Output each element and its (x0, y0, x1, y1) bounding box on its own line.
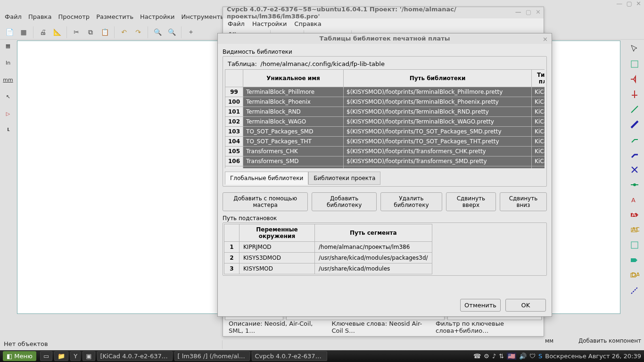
cell-type[interactable]: KiCad (532, 137, 545, 147)
col-path[interactable]: Путь библиотеки (344, 70, 532, 87)
place-wire-entry-icon[interactable] (628, 133, 641, 146)
copy-icon[interactable]: ⧉ (85, 26, 96, 38)
taskbar-show-desktop[interactable]: ▭ (40, 351, 52, 361)
music-icon[interactable]: ♪ (492, 353, 496, 360)
row-header[interactable]: 3 (224, 263, 239, 274)
place-sheet-pin-icon[interactable]: DA (628, 269, 641, 282)
taskbar-item[interactable]: Cvpcb 4.0.7-e2-6376… (252, 351, 327, 361)
place-junction-icon[interactable] (628, 178, 641, 191)
remove-library-button[interactable]: Удалить библиотеку (380, 192, 442, 211)
place-sheet-icon[interactable] (628, 239, 641, 252)
cell-name[interactable]: TerminalBlock_Phoenix (243, 97, 344, 107)
hierarchy-icon[interactable]: ┖ (1, 127, 15, 141)
table-row[interactable]: 106 Transformers_SMD $(KISYSMOD)/footpri… (225, 156, 545, 166)
move-up-button[interactable]: Сдвинуть вверх (446, 192, 496, 211)
tab-global[interactable]: Глобальные библиотеки (225, 172, 308, 185)
start-menu-button[interactable]: ◧ Меню (3, 351, 36, 361)
table-row[interactable]: 104 TO_SOT_Packages_THT $(KISYSMOD)/foot… (225, 137, 545, 147)
table-row[interactable]: 2 KISYS3DMOD /usr/share/kicad/modules/pa… (224, 253, 432, 263)
select-icon[interactable] (628, 42, 641, 56)
shield-icon[interactable]: 🛡 (529, 353, 536, 360)
dialog-titlebar[interactable]: Таблицы библиотек печатной платы ✕ (218, 33, 552, 44)
table-row[interactable]: 107 Transformers_SMPS_ThroughHole $(KISY… (225, 166, 545, 169)
menu-tools[interactable]: Инструменты (181, 13, 225, 24)
highlight-net-icon[interactable] (628, 58, 641, 71)
menu-file[interactable]: Файл (5, 13, 22, 24)
paste-icon[interactable]: 📋 (99, 26, 110, 38)
add-library-button[interactable]: Добавить библиотеку (312, 192, 377, 211)
cell-path[interactable]: $(KISYSMOD)/footprints/TO_SOT_Packages_S… (344, 127, 532, 137)
cell-path[interactable]: $(KISYSMOD)/footprints/TerminalBlock_Phi… (344, 87, 532, 97)
cell-type[interactable]: KiCad (532, 147, 545, 156)
volume-icon[interactable]: 🔊 (519, 353, 527, 360)
place-component-icon[interactable] (628, 73, 641, 86)
units-mm-icon[interactable]: mm (1, 76, 15, 90)
cell-path[interactable]: $(KISYSMOD)/footprints/TerminalBlock_Pho… (344, 97, 532, 107)
cvpcb-menu-file[interactable]: Файл (228, 20, 245, 27)
cvpcb-window-controls[interactable]: — ▢ ✕ (515, 7, 541, 16)
cancel-button[interactable]: Отменить (460, 299, 501, 312)
place-line-icon[interactable] (628, 284, 641, 297)
cvpcb-menu-help[interactable]: Справка (294, 20, 321, 27)
cell-val[interactable]: /home/almanac/проекты/lm386 (315, 242, 432, 253)
menu-view[interactable]: Просмотр (58, 13, 90, 24)
cell-val[interactable]: /usr/share/kicad/modules/packages3d/ (315, 253, 432, 263)
cvpcb-titlebar[interactable]: Cvpcb 4.0.7-e2-6376~58~ubuntu16.04.1 Про… (223, 7, 544, 18)
place-wire-icon[interactable] (628, 103, 641, 116)
cell-name[interactable]: TerminalBlock_Phillmore (243, 87, 344, 97)
find-replace-icon[interactable]: 🔍 (166, 26, 177, 38)
sheet-icon[interactable]: ▦ (18, 26, 29, 38)
new-icon[interactable]: 📄 (4, 26, 15, 38)
row-header[interactable]: 104 (225, 137, 243, 147)
taskbar-browser[interactable]: Y (70, 351, 81, 361)
cell-var[interactable]: KISYSMOD (239, 263, 315, 274)
place-netlabel-icon[interactable]: A (628, 193, 641, 206)
table-row[interactable]: 103 TO_SOT_Packages_SMD $(KISYSMOD)/foot… (225, 127, 545, 137)
cell-name[interactable]: Transformers_CHK (243, 147, 344, 156)
cell-type[interactable]: KiCad (532, 156, 545, 166)
right-toolbar[interactable]: A A AD DA (628, 42, 643, 297)
zoom-in-icon[interactable]: ＋ (185, 26, 197, 38)
row-header[interactable]: 2 (224, 253, 239, 263)
network-icon[interactable]: ⇅ (499, 353, 504, 360)
table-row[interactable]: 105 Transformers_CHK $(KISYSMOD)/footpri… (225, 147, 545, 156)
updates-icon[interactable]: ⚙ (484, 353, 489, 360)
move-down-button[interactable]: Сдвинуть вниз (500, 192, 547, 211)
menu-place[interactable]: Разместить (96, 13, 133, 24)
place-power-icon[interactable] (628, 88, 641, 101)
menu-edit[interactable]: Правка (28, 13, 51, 24)
row-header[interactable]: 100 (225, 97, 243, 107)
cell-path[interactable]: $(KISYSMOD)/footprints/TO_SOT_Packages_T… (344, 137, 532, 147)
import-sheet-pin-icon[interactable] (628, 254, 641, 267)
table-row[interactable]: 101 TerminalBlock_RND $(KISYSMOD)/footpr… (225, 107, 545, 117)
subst-grid[interactable]: Переменные окружения Путь сегмента 1 KIP… (224, 224, 432, 274)
cell-name[interactable]: TerminalBlock_WAGO (243, 117, 344, 127)
grid-dots-icon[interactable]: ▦ (1, 42, 15, 57)
left-toolbar[interactable]: ▦ In mm ↖ ▷ ┖ (1, 42, 16, 141)
place-bus-icon[interactable] (628, 118, 641, 131)
system-tray[interactable]: ☎ ⚙ ♪ ⇅ 🇺🇸 🔊 🛡 S Воскресенье Август 26, … (473, 353, 644, 360)
cell-type[interactable]: KiCad (532, 117, 545, 127)
table-row[interactable]: 100 TerminalBlock_Phoenix $(KISYSMOD)/fo… (225, 97, 545, 107)
row-header[interactable]: 1 (224, 242, 239, 253)
find-icon[interactable]: 🔍 (152, 26, 163, 38)
tab-project[interactable]: Библиотеки проекта (308, 172, 380, 185)
cursor-icon[interactable]: ↖ (1, 93, 15, 107)
ok-button[interactable]: OK (505, 299, 546, 312)
subst-col-val[interactable]: Путь сегмента (315, 224, 432, 242)
cell-type[interactable]: KiCad (532, 87, 545, 97)
col-name[interactable]: Уникальное имя (243, 70, 344, 87)
row-header[interactable]: 99 (225, 87, 243, 97)
row-header[interactable]: 106 (225, 156, 243, 166)
cell-name[interactable]: Transformers_SMD (243, 156, 344, 166)
table-row[interactable]: 102 TerminalBlock_WAGO $(KISYSMOD)/footp… (225, 117, 545, 127)
scope-tabs[interactable]: Глобальные библиотеки Библиотеки проекта (225, 171, 545, 184)
cell-name[interactable]: TO_SOT_Packages_THT (243, 137, 344, 147)
cell-val[interactable]: /usr/share/kicad/modules (315, 263, 432, 274)
taskbar[interactable]: ◧ Меню ▭ 📁 Y ▣ [KiCad 4.0.7-e2-637… [ lm… (0, 350, 644, 362)
col-type[interactable]: Тип пл (532, 70, 545, 87)
add-with-wizard-button[interactable]: Добавить с помощью мастера (223, 192, 308, 211)
taskbar-terminal[interactable]: ▣ (83, 351, 95, 361)
row-header[interactable]: 103 (225, 127, 243, 137)
cell-path[interactable]: $(KISYSMOD)/footprints/TerminalBlock_WAG… (344, 117, 532, 127)
